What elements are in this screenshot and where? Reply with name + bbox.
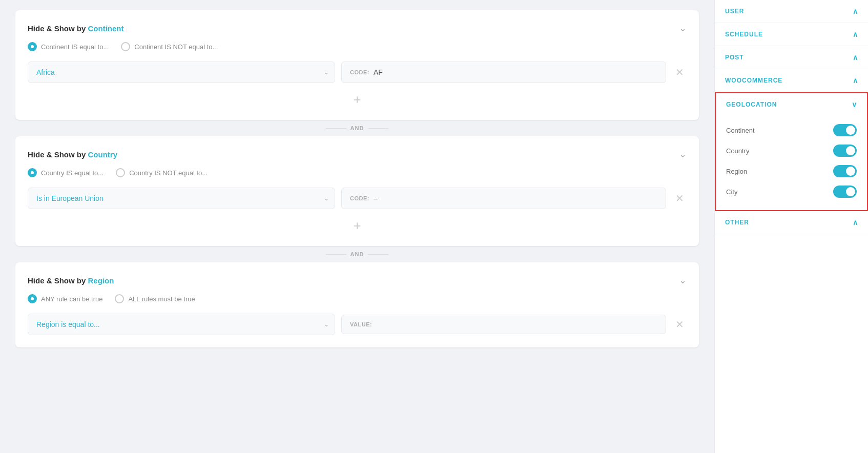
country-radio-not-equal-indicator (116, 168, 125, 177)
main-content: Hide & Show by Continent ⌄ Continent IS … (0, 0, 714, 453)
geolocation-country-toggle[interactable] (833, 145, 857, 157)
and-line-left-1 (326, 128, 346, 129)
region-code-field: VALUE: (341, 315, 666, 334)
sidebar-user-chevron-icon: ∧ (853, 7, 858, 15)
sidebar-section-geolocation: GEOLOCATION ∨ Continent Country Region (715, 92, 868, 211)
sidebar-section-user: USER ∧ (715, 0, 868, 23)
sidebar-section-post: POST ∧ (715, 46, 868, 69)
and-label-1: AND (346, 125, 368, 131)
geolocation-continent-toggle[interactable] (833, 124, 857, 136)
region-select-row: Region is equal to... Region is NOT equa… (28, 314, 687, 335)
country-select[interactable]: Is in European Union Is NOT in European … (28, 188, 335, 209)
continent-radio-equal-indicator (28, 42, 37, 51)
region-radio-any[interactable]: ANY rule can be true (28, 294, 102, 303)
country-card: Hide & Show by Country ⌄ Country IS equa… (15, 136, 699, 246)
continent-card-title: Hide & Show by Continent (28, 24, 124, 33)
country-radio-equal-indicator (28, 168, 37, 177)
continent-select-wrapper: Africa Europe Asia Americas Oceania ⌄ (28, 61, 335, 83)
geolocation-city-slider (833, 186, 857, 198)
geolocation-region-row: Region (726, 161, 857, 181)
country-card-title: Hide & Show by Country (28, 150, 117, 159)
sidebar-section-schedule: SCHEDULE ∧ (715, 23, 868, 46)
and-label-2: AND (346, 251, 368, 257)
sidebar: USER ∧ SCHEDULE ∧ POST ∧ WOOCOMMERCE ∧ G… (714, 0, 868, 453)
sidebar-section-geolocation-header[interactable]: GEOLOCATION ∨ (716, 93, 867, 116)
sidebar-section-other-header[interactable]: OTHER ∧ (715, 211, 868, 234)
continent-select-row: Africa Europe Asia Americas Oceania ⌄ CO… (28, 61, 687, 83)
sidebar-geolocation-title: GEOLOCATION (726, 101, 777, 108)
sidebar-post-title: POST (725, 54, 744, 61)
sidebar-schedule-title: SCHEDULE (725, 31, 763, 38)
sidebar-post-chevron-icon: ∧ (853, 53, 858, 61)
sidebar-section-other: OTHER ∧ (715, 211, 868, 234)
region-collapse-button[interactable]: ⌄ (679, 275, 687, 286)
and-line-right-1 (368, 128, 388, 129)
country-collapse-button[interactable]: ⌄ (679, 149, 687, 160)
continent-collapse-button[interactable]: ⌄ (679, 23, 687, 34)
country-select-wrapper: Is in European Union Is NOT in European … (28, 188, 335, 209)
geolocation-continent-slider (833, 124, 857, 136)
continent-add-row: + (28, 91, 687, 108)
region-radio-all-indicator (115, 294, 124, 303)
country-radio-not-equal[interactable]: Country IS NOT equal to... (116, 168, 208, 177)
continent-radio-row: Continent IS equal to... Continent IS NO… (28, 42, 687, 51)
and-divider-2: AND (15, 246, 699, 262)
geolocation-city-label: City (726, 188, 737, 196)
continent-code-field: CODE: AF (341, 61, 666, 83)
continent-add-button[interactable]: + (349, 91, 365, 108)
region-select[interactable]: Region is equal to... Region is NOT equa… (28, 314, 335, 335)
country-add-button[interactable]: + (349, 217, 365, 234)
geolocation-city-toggle[interactable] (833, 186, 857, 198)
sidebar-schedule-chevron-icon: ∧ (853, 30, 858, 38)
geolocation-region-slider (833, 165, 857, 177)
region-select-wrapper: Region is equal to... Region is NOT equa… (28, 314, 335, 335)
country-radio-row: Country IS equal to... Country IS NOT eq… (28, 168, 687, 177)
sidebar-user-title: USER (725, 8, 744, 15)
continent-select[interactable]: Africa Europe Asia Americas Oceania (28, 61, 335, 83)
geolocation-region-toggle[interactable] (833, 165, 857, 177)
geolocation-region-label: Region (726, 168, 747, 175)
sidebar-woocommerce-chevron-icon: ∧ (853, 76, 858, 85)
country-select-row: Is in European Union Is NOT in European … (28, 188, 687, 209)
and-divider-1: AND (15, 120, 699, 136)
continent-radio-not-equal[interactable]: Continent IS NOT equal to... (121, 42, 218, 51)
sidebar-geolocation-body: Continent Country Region (716, 116, 867, 210)
sidebar-section-user-header[interactable]: USER ∧ (715, 0, 868, 23)
region-radio-row: ANY rule can be true ALL rules must be t… (28, 294, 687, 303)
continent-remove-button[interactable]: ✕ (672, 65, 687, 79)
sidebar-other-title: OTHER (725, 219, 749, 226)
country-remove-button[interactable]: ✕ (672, 191, 687, 205)
sidebar-other-chevron-icon: ∧ (853, 218, 858, 226)
region-radio-any-indicator (28, 294, 37, 303)
country-card-header: Hide & Show by Country ⌄ (28, 149, 687, 160)
region-card-header: Hide & Show by Region ⌄ (28, 275, 687, 286)
region-remove-button[interactable]: ✕ (672, 317, 687, 332)
sidebar-section-schedule-header[interactable]: SCHEDULE ∧ (715, 23, 868, 46)
region-card-title: Hide & Show by Region (28, 276, 114, 285)
region-radio-all[interactable]: ALL rules must be true (115, 294, 195, 303)
sidebar-section-woocommerce: WOOCOMMERCE ∧ (715, 69, 868, 92)
country-add-row: + (28, 217, 687, 234)
region-card: Hide & Show by Region ⌄ ANY rule can be … (15, 262, 699, 347)
geolocation-city-row: City (726, 181, 857, 202)
country-radio-equal[interactable]: Country IS equal to... (28, 168, 104, 177)
geolocation-continent-label: Continent (726, 127, 755, 134)
sidebar-geolocation-chevron-icon: ∨ (852, 100, 857, 109)
and-line-left-2 (326, 254, 346, 255)
continent-radio-not-equal-indicator (121, 42, 130, 51)
sidebar-woocommerce-title: WOOCOMMERCE (725, 77, 782, 84)
continent-radio-equal[interactable]: Continent IS equal to... (28, 42, 109, 51)
sidebar-section-post-header[interactable]: POST ∧ (715, 46, 868, 69)
geolocation-country-slider (833, 145, 857, 157)
continent-card: Hide & Show by Continent ⌄ Continent IS … (15, 10, 699, 120)
geolocation-country-label: Country (726, 147, 750, 155)
continent-card-header: Hide & Show by Continent ⌄ (28, 23, 687, 34)
country-code-field: CODE: – (341, 188, 666, 209)
geolocation-continent-row: Continent (726, 120, 857, 140)
geolocation-country-row: Country (726, 140, 857, 161)
and-line-right-2 (368, 254, 388, 255)
sidebar-section-woocommerce-header[interactable]: WOOCOMMERCE ∧ (715, 69, 868, 92)
